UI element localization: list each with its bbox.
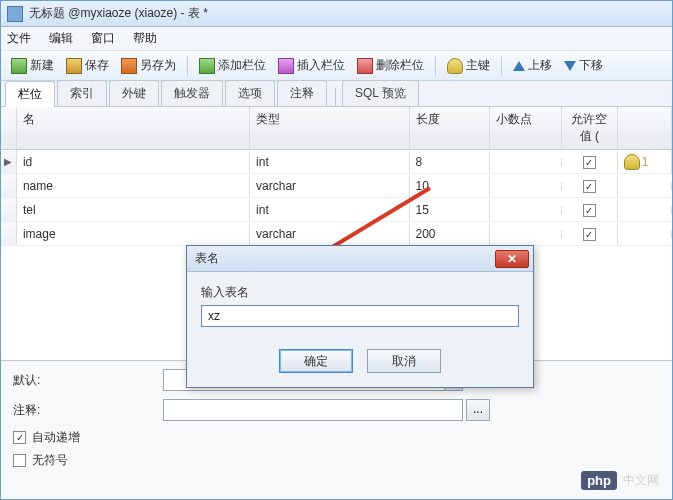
autoinc-label: 自动递增 xyxy=(32,429,80,446)
table-row[interactable]: ▶idint81 xyxy=(1,150,672,174)
col-decimal[interactable]: 小数点 xyxy=(490,107,562,149)
menu-help[interactable]: 帮助 xyxy=(133,30,157,47)
delete-icon xyxy=(357,58,373,74)
cell-type[interactable]: int xyxy=(250,151,409,173)
cell-decimal[interactable] xyxy=(490,230,562,238)
row-selector[interactable] xyxy=(1,174,17,197)
tab-triggers[interactable]: 触发器 xyxy=(161,80,223,106)
cell-name[interactable]: image xyxy=(17,223,250,245)
toolbar-sep xyxy=(187,56,188,76)
cell-key[interactable]: 1 xyxy=(618,150,672,174)
cell-type[interactable]: int xyxy=(250,199,409,221)
save-icon xyxy=(66,58,82,74)
comment-input[interactable] xyxy=(163,399,463,421)
cell-nullable[interactable] xyxy=(562,175,618,197)
cell-length[interactable]: 8 xyxy=(410,151,491,173)
cell-length[interactable]: 10 xyxy=(410,175,491,197)
insert-field-button[interactable]: 插入栏位 xyxy=(274,55,349,76)
saveas-button[interactable]: 另存为 xyxy=(117,55,180,76)
row-selector[interactable] xyxy=(1,222,17,245)
tab-strip: 栏位 索引 外键 触发器 选项 注释 SQL 预览 xyxy=(1,81,672,107)
table-row[interactable]: imagevarchar200 xyxy=(1,222,672,246)
col-nullable[interactable]: 允许空值 ( xyxy=(562,107,618,149)
tab-fields[interactable]: 栏位 xyxy=(5,81,55,107)
col-type[interactable]: 类型 xyxy=(250,107,409,149)
tab-options[interactable]: 选项 xyxy=(225,80,275,106)
col-key xyxy=(618,107,672,149)
key-icon xyxy=(624,154,640,170)
row-selector[interactable] xyxy=(1,198,17,221)
new-icon xyxy=(11,58,27,74)
delete-field-button[interactable]: 删除栏位 xyxy=(353,55,428,76)
cell-nullable[interactable] xyxy=(562,223,618,245)
arrow-up-icon xyxy=(513,61,525,71)
nullable-checkbox[interactable] xyxy=(583,180,596,193)
toolbar-sep xyxy=(501,56,502,76)
grid-header: 名 类型 长度 小数点 允许空值 ( xyxy=(1,107,672,150)
menu-file[interactable]: 文件 xyxy=(7,30,31,47)
title-bar[interactable]: 无标题 @myxiaoze (xiaoze) - 表 * xyxy=(1,1,672,27)
menu-window[interactable]: 窗口 xyxy=(91,30,115,47)
nullable-checkbox[interactable] xyxy=(583,204,596,217)
save-button[interactable]: 保存 xyxy=(62,55,113,76)
cell-key[interactable] xyxy=(618,206,672,214)
table-row[interactable]: namevarchar10 xyxy=(1,174,672,198)
saveas-icon xyxy=(121,58,137,74)
move-up-button[interactable]: 上移 xyxy=(509,55,556,76)
cell-key[interactable] xyxy=(618,182,672,190)
cell-length[interactable]: 15 xyxy=(410,199,491,221)
cell-decimal[interactable] xyxy=(490,158,562,166)
app-icon xyxy=(7,6,23,22)
menu-edit[interactable]: 编辑 xyxy=(49,30,73,47)
unsigned-label: 无符号 xyxy=(32,452,68,469)
row-selector[interactable]: ▶ xyxy=(1,150,17,173)
cell-nullable[interactable] xyxy=(562,199,618,221)
cell-nullable[interactable] xyxy=(562,151,618,173)
tab-indexes[interactable]: 索引 xyxy=(57,80,107,106)
dialog-title-bar[interactable]: 表名 ✕ xyxy=(187,246,533,272)
cell-name[interactable]: id xyxy=(17,151,250,173)
ok-button[interactable]: 确定 xyxy=(279,349,353,373)
autoinc-checkbox[interactable] xyxy=(13,431,26,444)
close-button[interactable]: ✕ xyxy=(495,250,529,268)
autoinc-row[interactable]: 自动递增 xyxy=(13,429,660,446)
dialog-title: 表名 xyxy=(195,250,219,267)
move-down-button[interactable]: 下移 xyxy=(560,55,607,76)
key-icon xyxy=(447,58,463,74)
comment-more-button[interactable]: ... xyxy=(466,399,490,421)
cell-length[interactable]: 200 xyxy=(410,223,491,245)
unsigned-row[interactable]: 无符号 xyxy=(13,452,660,469)
menu-bar: 文件 编辑 窗口 帮助 xyxy=(1,27,672,51)
watermark-text: 中文网 xyxy=(623,472,659,489)
add-field-button[interactable]: 添加栏位 xyxy=(195,55,270,76)
new-button[interactable]: 新建 xyxy=(7,55,58,76)
tab-foreign-keys[interactable]: 外键 xyxy=(109,80,159,106)
table-name-input[interactable] xyxy=(201,305,519,327)
default-label: 默认: xyxy=(13,372,163,389)
cell-type[interactable]: varchar xyxy=(250,223,409,245)
tab-sql-preview[interactable]: SQL 预览 xyxy=(342,80,419,106)
table-row[interactable]: telint15 xyxy=(1,198,672,222)
row-selector-header xyxy=(1,107,17,149)
primary-key-button[interactable]: 主键 xyxy=(443,55,494,76)
tab-sep xyxy=(335,88,336,106)
tab-comment[interactable]: 注释 xyxy=(277,80,327,106)
unsigned-checkbox[interactable] xyxy=(13,454,26,467)
toolbar: 新建 保存 另存为 添加栏位 插入栏位 删除栏位 主键 上移 下移 xyxy=(1,51,672,81)
col-length[interactable]: 长度 xyxy=(410,107,491,149)
cell-decimal[interactable] xyxy=(490,206,562,214)
arrow-down-icon xyxy=(564,61,576,71)
cell-name[interactable]: name xyxy=(17,175,250,197)
cell-name[interactable]: tel xyxy=(17,199,250,221)
cell-type[interactable]: varchar xyxy=(250,175,409,197)
col-name[interactable]: 名 xyxy=(17,107,250,149)
window-title: 无标题 @myxiaoze (xiaoze) - 表 * xyxy=(29,5,208,22)
cell-key[interactable] xyxy=(618,230,672,238)
nullable-checkbox[interactable] xyxy=(583,156,596,169)
nullable-checkbox[interactable] xyxy=(583,228,596,241)
cell-decimal[interactable] xyxy=(490,182,562,190)
cancel-button[interactable]: 取消 xyxy=(367,349,441,373)
comment-row: 注释: ... xyxy=(13,399,660,421)
comment-label: 注释: xyxy=(13,402,163,419)
plus-icon xyxy=(199,58,215,74)
